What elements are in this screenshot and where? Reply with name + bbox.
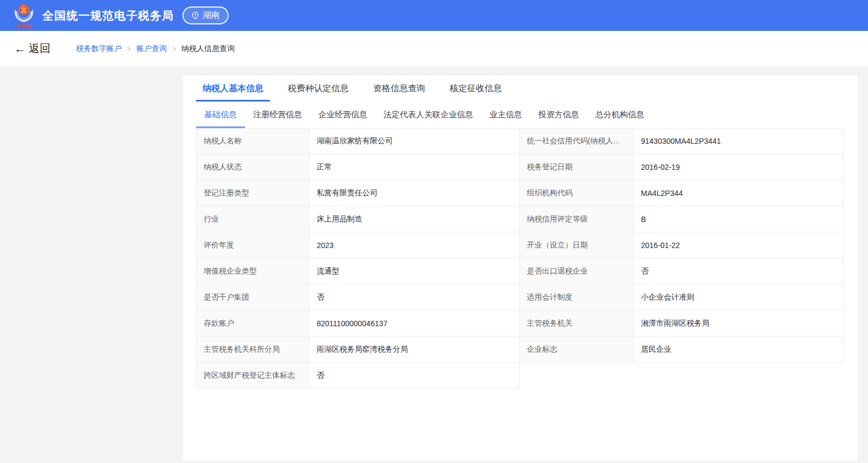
- tax-bureau-logo-icon: 中国税务: [12, 3, 36, 28]
- secondary-tab[interactable]: 基础信息: [196, 102, 245, 128]
- secondary-tab-label: 投资方信息: [538, 110, 579, 120]
- info-label-cell: 登记注册类型: [196, 180, 310, 206]
- info-value-cell: 正常: [310, 154, 520, 180]
- back-button[interactable]: ← 返回: [14, 41, 51, 56]
- page-content: 纳税人基本信息 税费种认定信息 资格信息查询 核定征收信息 基础信息: [0, 66, 868, 463]
- info-label-cell: 企业标志: [520, 337, 634, 363]
- info-value-cell: 否: [634, 258, 844, 284]
- info-value-cell: 否: [310, 363, 520, 389]
- info-label-cell: 开业（设立）日期: [520, 232, 634, 258]
- info-value-cell: 床上用品制造: [310, 206, 520, 232]
- breadcrumb-separator-icon: >: [127, 45, 131, 53]
- primary-tab[interactable]: 税费种认定信息: [281, 75, 355, 102]
- back-label: 返回: [29, 41, 51, 56]
- region-badge[interactable]: 湖南: [183, 7, 229, 24]
- info-value-cell: 2016-01-22: [634, 232, 844, 258]
- info-value-cell: 雨湖区税务局窑湾税务分局: [310, 337, 520, 363]
- info-value-cell: 82011100000046137: [310, 310, 520, 337]
- info-label-cell: 行业: [196, 206, 310, 232]
- breadcrumb-current-page: 纳税人信息查询: [181, 44, 235, 54]
- secondary-tab-label: 业主信息: [489, 110, 522, 120]
- breadcrumb: 税务数字账户 > 账户查询 > 纳税人信息查询: [76, 44, 235, 54]
- breadcrumb-link-account-query[interactable]: 账户查询: [136, 44, 167, 54]
- secondary-tabs: 基础信息 注册经营信息 企业经营信息 法定代表人关联企业信息 业主信息: [196, 102, 844, 128]
- info-value-cell: 2023: [310, 232, 520, 258]
- basic-info-table: 纳税人名称 湖南温欣家纺有限公司 统一社会信用代码(纳税人... 9143030…: [196, 128, 844, 389]
- info-value-cell: 否: [310, 284, 520, 310]
- info-value-cell: 流通型: [310, 258, 520, 284]
- secondary-tab-label: 基础信息: [204, 110, 237, 120]
- info-value-cell: MA4L2P344: [634, 180, 844, 206]
- info-value-cell: 91430300MA4L2P3441: [634, 128, 844, 154]
- info-label-cell: 统一社会信用代码(纳税人...: [520, 128, 634, 154]
- primary-tab[interactable]: 核定征收信息: [443, 75, 508, 102]
- info-value-cell: 私营有限责任公司: [310, 180, 520, 206]
- primary-tabs: 纳税人基本信息 税费种认定信息 资格信息查询 核定征收信息: [196, 75, 844, 102]
- info-label-cell: 主管税务机关: [520, 310, 634, 337]
- secondary-tab-label: 注册经营信息: [253, 110, 302, 120]
- region-label: 湖南: [203, 10, 220, 21]
- secondary-tab-label: 法定代表人关联企业信息: [383, 110, 473, 120]
- info-label-cell: 纳税人状态: [196, 154, 310, 180]
- primary-tab[interactable]: 资格信息查询: [367, 75, 432, 102]
- info-value-cell: 湖南温欣家纺有限公司: [310, 128, 520, 154]
- secondary-tab-label: 总分机构信息: [595, 110, 644, 120]
- app-header: 中国税务 全国统一规范电子税务局 湖南: [0, 0, 868, 31]
- taxpayer-info-card: 纳税人基本信息 税费种认定信息 资格信息查询 核定征收信息 基础信息: [183, 75, 858, 461]
- secondary-tab[interactable]: 注册经营信息: [245, 102, 310, 128]
- secondary-tab[interactable]: 业主信息: [481, 102, 530, 128]
- info-value-cell: [634, 363, 844, 389]
- info-value-cell: 居民企业: [634, 337, 844, 363]
- info-value-cell: 2016-02-19: [634, 154, 844, 180]
- info-label-cell: 组织机构代码: [520, 180, 634, 206]
- primary-tab-label: 税费种认定信息: [288, 83, 349, 94]
- breadcrumb-separator-icon: >: [172, 45, 176, 53]
- primary-tab-label: 核定征收信息: [450, 83, 502, 94]
- secondary-tab[interactable]: 投资方信息: [530, 102, 587, 128]
- info-value-cell: 小企业会计准则: [634, 284, 844, 310]
- info-label-cell: 是否千户集团: [196, 284, 310, 310]
- info-value-cell: B: [634, 206, 844, 232]
- logo-caption: 中国税务: [16, 24, 32, 28]
- secondary-tab[interactable]: 法定代表人关联企业信息: [375, 102, 481, 128]
- breadcrumb-link-digital-account[interactable]: 税务数字账户: [76, 44, 122, 54]
- info-label-cell: 主管税务机关科所分局: [196, 337, 310, 363]
- info-label-cell: 适用会计制度: [520, 284, 634, 310]
- location-pin-icon: [191, 11, 199, 20]
- primary-tab[interactable]: 纳税人基本信息: [196, 75, 270, 102]
- info-label-cell: 是否出口退税企业: [520, 258, 634, 284]
- info-label-cell: 增值税企业类型: [196, 258, 310, 284]
- back-arrow-icon: ←: [14, 43, 26, 55]
- app-title: 全国统一规范电子税务局: [42, 8, 174, 23]
- primary-tab-label: 纳税人基本信息: [203, 83, 263, 94]
- secondary-tab[interactable]: 企业经营信息: [310, 102, 375, 128]
- info-label-cell: 评价年度: [196, 232, 310, 258]
- info-label-cell: 存款账户: [196, 310, 310, 337]
- info-label-cell: 纳税人名称: [196, 128, 310, 154]
- primary-tab-label: 资格信息查询: [373, 83, 425, 94]
- info-label-cell: 跨区域财产税登记主体标志: [196, 363, 310, 389]
- info-value-cell: 湘潭市雨湖区税务局: [634, 310, 844, 337]
- info-label-cell: 纳税信用评定等级: [520, 206, 634, 232]
- breadcrumb-bar: ← 返回 税务数字账户 > 账户查询 > 纳税人信息查询: [0, 31, 868, 66]
- secondary-tab-label: 企业经营信息: [318, 110, 367, 120]
- secondary-tab[interactable]: 总分机构信息: [587, 102, 652, 128]
- info-label-cell: [520, 363, 634, 389]
- info-label-cell: 税务登记日期: [520, 154, 634, 180]
